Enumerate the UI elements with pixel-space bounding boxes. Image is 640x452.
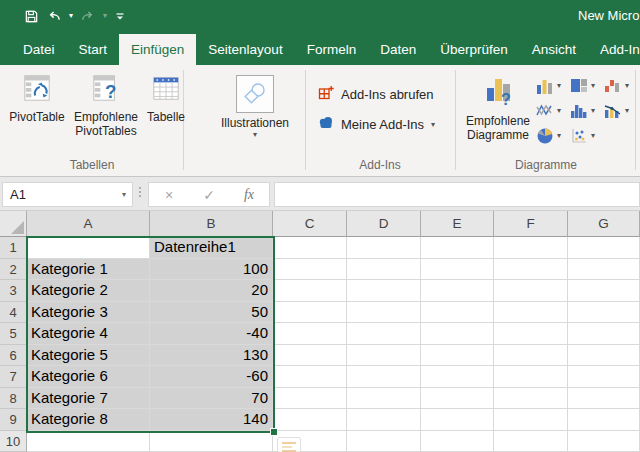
customize-qat-icon[interactable]	[114, 10, 126, 23]
cell-B1[interactable]: Datenreihe1	[150, 237, 273, 259]
cell-F7[interactable]	[494, 366, 568, 388]
save-icon[interactable]	[24, 9, 39, 24]
cell-B7[interactable]: -60	[150, 366, 273, 388]
col-header-B[interactable]: B	[150, 211, 273, 237]
tab-daten[interactable]: Daten	[368, 34, 428, 65]
cell-G8[interactable]	[568, 388, 640, 410]
cell-A7[interactable]: Kategorie 6	[27, 366, 150, 388]
quick-analysis-button[interactable]	[277, 437, 301, 452]
undo-dropdown-icon[interactable]: ▾	[69, 8, 73, 24]
cell-B8[interactable]: 70	[150, 388, 273, 410]
cell-D8[interactable]	[347, 388, 421, 410]
cell-C5[interactable]	[273, 323, 347, 345]
tab-einfuegen[interactable]: Einfügen	[119, 34, 196, 65]
cell-E10[interactable]	[421, 431, 494, 452]
tab-datei[interactable]: Datei	[11, 34, 67, 65]
cell-G5[interactable]	[568, 323, 640, 345]
row-header-5[interactable]: 5	[0, 323, 27, 345]
pie-chart-button[interactable]: ▾	[536, 123, 570, 148]
cell-D6[interactable]	[347, 345, 421, 367]
cell-F3[interactable]	[494, 280, 568, 302]
cell-F10[interactable]	[494, 431, 568, 452]
cell-B9[interactable]: 140	[150, 409, 273, 431]
name-box[interactable]: A1▾	[2, 182, 133, 207]
cell-C9[interactable]	[273, 409, 347, 431]
cell-A8[interactable]: Kategorie 7	[27, 388, 150, 410]
cell-D4[interactable]	[347, 302, 421, 324]
cell-A1[interactable]	[27, 237, 150, 259]
cell-F4[interactable]	[494, 302, 568, 324]
row-header-8[interactable]: 8	[0, 388, 27, 410]
tabelle-button[interactable]: Tabelle	[146, 73, 186, 124]
tab-addins[interactable]: Add-Ins	[588, 34, 640, 65]
col-header-F[interactable]: F	[494, 211, 568, 237]
col-header-D[interactable]: D	[347, 211, 421, 237]
row-header-4[interactable]: 4	[0, 302, 27, 324]
cell-D5[interactable]	[347, 323, 421, 345]
row-header-6[interactable]: 6	[0, 345, 27, 367]
cell-C2[interactable]	[273, 259, 347, 281]
cell-A6[interactable]: Kategorie 5	[27, 345, 150, 367]
my-addins-button[interactable]: Meine Add-Ins ▾	[318, 115, 435, 134]
cell-C7[interactable]	[273, 366, 347, 388]
cell-F2[interactable]	[494, 259, 568, 281]
cell-B6[interactable]: 130	[150, 345, 273, 367]
cell-G3[interactable]	[568, 280, 640, 302]
col-header-E[interactable]: E	[421, 211, 494, 237]
cell-E3[interactable]	[421, 280, 494, 302]
empfohlene-pivottables-button[interactable]: ? Empfohlene PivotTables	[68, 73, 144, 138]
cell-D3[interactable]	[347, 280, 421, 302]
cell-F8[interactable]	[494, 388, 568, 410]
cell-A9[interactable]: Kategorie 8	[27, 409, 150, 431]
cell-B4[interactable]: 50	[150, 302, 273, 324]
cell-C4[interactable]	[273, 302, 347, 324]
cell-E8[interactable]	[421, 388, 494, 410]
tab-seitenlayout[interactable]: Seitenlayout	[196, 34, 294, 65]
cell-F5[interactable]	[494, 323, 568, 345]
tab-ueberpruefen[interactable]: Überprüfen	[428, 34, 520, 65]
col-header-G[interactable]: G	[568, 211, 640, 237]
get-addins-button[interactable]: Add-Ins abrufen	[318, 85, 434, 104]
cell-E7[interactable]	[421, 366, 494, 388]
cell-G7[interactable]	[568, 366, 640, 388]
cell-F1[interactable]	[494, 237, 568, 259]
tab-formeln[interactable]: Formeln	[295, 34, 369, 65]
cell-G6[interactable]	[568, 345, 640, 367]
col-header-A[interactable]: A	[27, 211, 150, 237]
cell-D10[interactable]	[347, 431, 421, 452]
bar-chart-button[interactable]: ▾	[570, 73, 604, 98]
cell-B10[interactable]	[150, 431, 273, 452]
cell-E2[interactable]	[421, 259, 494, 281]
cell-A3[interactable]: Kategorie 2	[27, 280, 150, 302]
combo-chart-button[interactable]: ▾	[604, 98, 638, 123]
row-header-9[interactable]: 9	[0, 409, 27, 431]
cell-B3[interactable]: 20	[150, 280, 273, 302]
undo-icon[interactable]	[46, 9, 62, 24]
row-header-3[interactable]: 3	[0, 280, 27, 302]
cell-E9[interactable]	[421, 409, 494, 431]
cancel-icon[interactable]: ×	[149, 187, 189, 203]
scatter-chart-button[interactable]: ▾	[570, 123, 604, 148]
illustrationen-button[interactable]: Illustrationen ▾	[212, 75, 298, 139]
cell-A10[interactable]	[27, 431, 150, 452]
cell-A2[interactable]: Kategorie 1	[27, 259, 150, 281]
cell-F6[interactable]	[494, 345, 568, 367]
cell-D1[interactable]	[347, 237, 421, 259]
cell-E6[interactable]	[421, 345, 494, 367]
cell-G9[interactable]	[568, 409, 640, 431]
cell-G1[interactable]	[568, 237, 640, 259]
cell-G4[interactable]	[568, 302, 640, 324]
cell-C8[interactable]	[273, 388, 347, 410]
cell-D9[interactable]	[347, 409, 421, 431]
cell-C3[interactable]	[273, 280, 347, 302]
formula-input[interactable]	[274, 182, 640, 207]
waterfall-chart-button[interactable]: ▾	[604, 73, 638, 98]
empfohlene-diagramme-button[interactable]: ? Empfohlene Diagramme	[459, 73, 537, 142]
row-header-2[interactable]: 2	[0, 259, 27, 281]
column-chart-button[interactable]: ▾	[536, 73, 570, 98]
pivottable-button[interactable]: PivotTable	[6, 73, 68, 124]
name-box-dropdown-icon[interactable]: ▾	[122, 183, 126, 206]
cell-A5[interactable]: Kategorie 4	[27, 323, 150, 345]
select-all-button[interactable]	[0, 211, 27, 237]
row-header-7[interactable]: 7	[0, 366, 27, 388]
